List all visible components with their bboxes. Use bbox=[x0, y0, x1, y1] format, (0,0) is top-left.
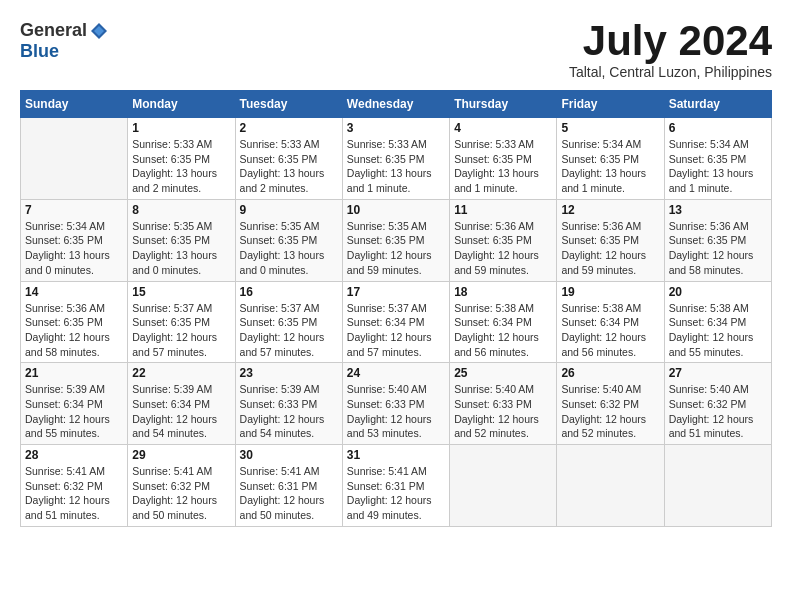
day-info: Sunrise: 5:38 AMSunset: 6:34 PMDaylight:… bbox=[454, 301, 552, 360]
calendar-week-row: 28Sunrise: 5:41 AMSunset: 6:32 PMDayligh… bbox=[21, 445, 772, 527]
day-info: Sunrise: 5:35 AMSunset: 6:35 PMDaylight:… bbox=[132, 219, 230, 278]
page-header: General Blue July 2024 Taltal, Central L… bbox=[20, 20, 772, 80]
calendar-cell: 22Sunrise: 5:39 AMSunset: 6:34 PMDayligh… bbox=[128, 363, 235, 445]
day-number: 28 bbox=[25, 448, 123, 462]
calendar-cell: 19Sunrise: 5:38 AMSunset: 6:34 PMDayligh… bbox=[557, 281, 664, 363]
day-header-monday: Monday bbox=[128, 91, 235, 118]
day-number: 31 bbox=[347, 448, 445, 462]
day-number: 9 bbox=[240, 203, 338, 217]
day-info: Sunrise: 5:36 AMSunset: 6:35 PMDaylight:… bbox=[25, 301, 123, 360]
calendar-cell: 30Sunrise: 5:41 AMSunset: 6:31 PMDayligh… bbox=[235, 445, 342, 527]
day-number: 13 bbox=[669, 203, 767, 217]
day-info: Sunrise: 5:38 AMSunset: 6:34 PMDaylight:… bbox=[669, 301, 767, 360]
day-number: 2 bbox=[240, 121, 338, 135]
day-info: Sunrise: 5:33 AMSunset: 6:35 PMDaylight:… bbox=[240, 137, 338, 196]
day-info: Sunrise: 5:37 AMSunset: 6:35 PMDaylight:… bbox=[132, 301, 230, 360]
day-header-saturday: Saturday bbox=[664, 91, 771, 118]
calendar-table: SundayMondayTuesdayWednesdayThursdayFrid… bbox=[20, 90, 772, 527]
logo-blue-text: Blue bbox=[20, 41, 59, 62]
calendar-cell: 29Sunrise: 5:41 AMSunset: 6:32 PMDayligh… bbox=[128, 445, 235, 527]
day-number: 24 bbox=[347, 366, 445, 380]
day-number: 11 bbox=[454, 203, 552, 217]
calendar-cell: 14Sunrise: 5:36 AMSunset: 6:35 PMDayligh… bbox=[21, 281, 128, 363]
calendar-cell: 12Sunrise: 5:36 AMSunset: 6:35 PMDayligh… bbox=[557, 199, 664, 281]
calendar-cell: 3Sunrise: 5:33 AMSunset: 6:35 PMDaylight… bbox=[342, 118, 449, 200]
calendar-header-row: SundayMondayTuesdayWednesdayThursdayFrid… bbox=[21, 91, 772, 118]
day-info: Sunrise: 5:41 AMSunset: 6:31 PMDaylight:… bbox=[347, 464, 445, 523]
calendar-cell: 5Sunrise: 5:34 AMSunset: 6:35 PMDaylight… bbox=[557, 118, 664, 200]
day-number: 17 bbox=[347, 285, 445, 299]
day-info: Sunrise: 5:35 AMSunset: 6:35 PMDaylight:… bbox=[240, 219, 338, 278]
day-header-wednesday: Wednesday bbox=[342, 91, 449, 118]
calendar-week-row: 21Sunrise: 5:39 AMSunset: 6:34 PMDayligh… bbox=[21, 363, 772, 445]
day-number: 8 bbox=[132, 203, 230, 217]
calendar-cell: 8Sunrise: 5:35 AMSunset: 6:35 PMDaylight… bbox=[128, 199, 235, 281]
calendar-cell: 25Sunrise: 5:40 AMSunset: 6:33 PMDayligh… bbox=[450, 363, 557, 445]
calendar-cell: 23Sunrise: 5:39 AMSunset: 6:33 PMDayligh… bbox=[235, 363, 342, 445]
day-info: Sunrise: 5:39 AMSunset: 6:34 PMDaylight:… bbox=[132, 382, 230, 441]
day-info: Sunrise: 5:39 AMSunset: 6:34 PMDaylight:… bbox=[25, 382, 123, 441]
day-number: 18 bbox=[454, 285, 552, 299]
day-number: 23 bbox=[240, 366, 338, 380]
calendar-cell bbox=[664, 445, 771, 527]
calendar-cell: 9Sunrise: 5:35 AMSunset: 6:35 PMDaylight… bbox=[235, 199, 342, 281]
day-header-sunday: Sunday bbox=[21, 91, 128, 118]
calendar-cell: 26Sunrise: 5:40 AMSunset: 6:32 PMDayligh… bbox=[557, 363, 664, 445]
day-header-tuesday: Tuesday bbox=[235, 91, 342, 118]
calendar-cell: 21Sunrise: 5:39 AMSunset: 6:34 PMDayligh… bbox=[21, 363, 128, 445]
calendar-cell: 20Sunrise: 5:38 AMSunset: 6:34 PMDayligh… bbox=[664, 281, 771, 363]
title-block: July 2024 Taltal, Central Luzon, Philipp… bbox=[569, 20, 772, 80]
calendar-cell: 13Sunrise: 5:36 AMSunset: 6:35 PMDayligh… bbox=[664, 199, 771, 281]
day-info: Sunrise: 5:37 AMSunset: 6:34 PMDaylight:… bbox=[347, 301, 445, 360]
day-info: Sunrise: 5:36 AMSunset: 6:35 PMDaylight:… bbox=[561, 219, 659, 278]
day-info: Sunrise: 5:41 AMSunset: 6:31 PMDaylight:… bbox=[240, 464, 338, 523]
day-info: Sunrise: 5:34 AMSunset: 6:35 PMDaylight:… bbox=[25, 219, 123, 278]
day-info: Sunrise: 5:33 AMSunset: 6:35 PMDaylight:… bbox=[454, 137, 552, 196]
day-number: 22 bbox=[132, 366, 230, 380]
calendar-cell: 15Sunrise: 5:37 AMSunset: 6:35 PMDayligh… bbox=[128, 281, 235, 363]
calendar-week-row: 14Sunrise: 5:36 AMSunset: 6:35 PMDayligh… bbox=[21, 281, 772, 363]
day-number: 10 bbox=[347, 203, 445, 217]
day-number: 27 bbox=[669, 366, 767, 380]
day-number: 15 bbox=[132, 285, 230, 299]
calendar-cell: 27Sunrise: 5:40 AMSunset: 6:32 PMDayligh… bbox=[664, 363, 771, 445]
calendar-cell: 31Sunrise: 5:41 AMSunset: 6:31 PMDayligh… bbox=[342, 445, 449, 527]
day-number: 7 bbox=[25, 203, 123, 217]
day-header-friday: Friday bbox=[557, 91, 664, 118]
location-subtitle: Taltal, Central Luzon, Philippines bbox=[569, 64, 772, 80]
day-number: 4 bbox=[454, 121, 552, 135]
calendar-cell: 17Sunrise: 5:37 AMSunset: 6:34 PMDayligh… bbox=[342, 281, 449, 363]
calendar-week-row: 7Sunrise: 5:34 AMSunset: 6:35 PMDaylight… bbox=[21, 199, 772, 281]
day-info: Sunrise: 5:38 AMSunset: 6:34 PMDaylight:… bbox=[561, 301, 659, 360]
calendar-cell: 4Sunrise: 5:33 AMSunset: 6:35 PMDaylight… bbox=[450, 118, 557, 200]
day-header-thursday: Thursday bbox=[450, 91, 557, 118]
calendar-cell bbox=[557, 445, 664, 527]
day-info: Sunrise: 5:39 AMSunset: 6:33 PMDaylight:… bbox=[240, 382, 338, 441]
calendar-cell: 6Sunrise: 5:34 AMSunset: 6:35 PMDaylight… bbox=[664, 118, 771, 200]
day-info: Sunrise: 5:34 AMSunset: 6:35 PMDaylight:… bbox=[561, 137, 659, 196]
day-info: Sunrise: 5:40 AMSunset: 6:32 PMDaylight:… bbox=[669, 382, 767, 441]
day-number: 26 bbox=[561, 366, 659, 380]
day-info: Sunrise: 5:41 AMSunset: 6:32 PMDaylight:… bbox=[132, 464, 230, 523]
logo: General Blue bbox=[20, 20, 109, 62]
calendar-cell: 16Sunrise: 5:37 AMSunset: 6:35 PMDayligh… bbox=[235, 281, 342, 363]
calendar-cell bbox=[450, 445, 557, 527]
day-number: 3 bbox=[347, 121, 445, 135]
day-number: 1 bbox=[132, 121, 230, 135]
day-number: 21 bbox=[25, 366, 123, 380]
day-number: 20 bbox=[669, 285, 767, 299]
month-year-title: July 2024 bbox=[569, 20, 772, 62]
day-number: 25 bbox=[454, 366, 552, 380]
calendar-cell: 1Sunrise: 5:33 AMSunset: 6:35 PMDaylight… bbox=[128, 118, 235, 200]
day-number: 16 bbox=[240, 285, 338, 299]
day-info: Sunrise: 5:34 AMSunset: 6:35 PMDaylight:… bbox=[669, 137, 767, 196]
day-info: Sunrise: 5:33 AMSunset: 6:35 PMDaylight:… bbox=[347, 137, 445, 196]
calendar-cell: 2Sunrise: 5:33 AMSunset: 6:35 PMDaylight… bbox=[235, 118, 342, 200]
calendar-cell: 28Sunrise: 5:41 AMSunset: 6:32 PMDayligh… bbox=[21, 445, 128, 527]
day-info: Sunrise: 5:35 AMSunset: 6:35 PMDaylight:… bbox=[347, 219, 445, 278]
day-number: 5 bbox=[561, 121, 659, 135]
day-info: Sunrise: 5:33 AMSunset: 6:35 PMDaylight:… bbox=[132, 137, 230, 196]
day-number: 29 bbox=[132, 448, 230, 462]
day-info: Sunrise: 5:41 AMSunset: 6:32 PMDaylight:… bbox=[25, 464, 123, 523]
day-info: Sunrise: 5:40 AMSunset: 6:32 PMDaylight:… bbox=[561, 382, 659, 441]
